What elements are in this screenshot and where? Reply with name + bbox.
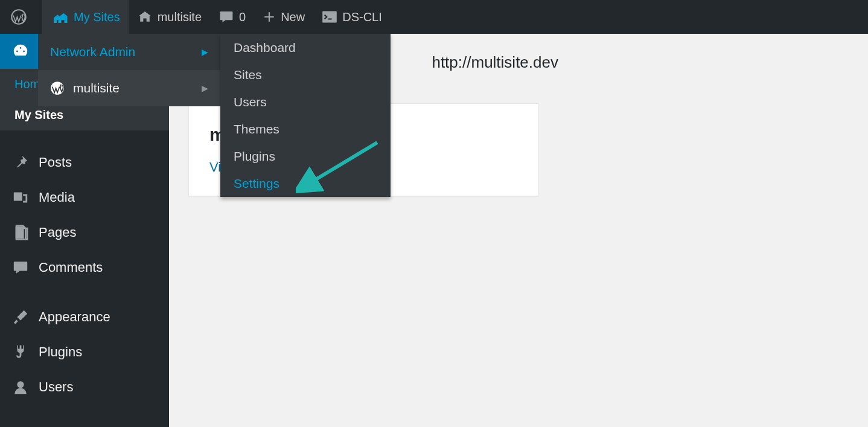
site-home-button[interactable]: multisite [129, 0, 210, 34]
user-icon [12, 379, 29, 396]
submenu-label: Sites [234, 68, 262, 82]
sidebar-comments[interactable]: Comments [0, 250, 169, 285]
network-site-item[interactable]: multisite ▶ [38, 70, 220, 106]
brush-icon [12, 309, 29, 326]
sidebar-media[interactable]: Media [0, 180, 169, 215]
new-button[interactable]: New [254, 0, 313, 34]
sidebar-sub-label: My Sites [14, 108, 63, 121]
terminal-icon [322, 10, 337, 24]
comments-button[interactable]: 0 [210, 0, 254, 34]
admin-bar: My Sites multisite 0 New DS-CLI [0, 0, 868, 34]
caret-right-icon: ▶ [202, 47, 208, 57]
sidebar-plugins[interactable]: Plugins [0, 335, 169, 370]
sidebar-users[interactable]: Users [0, 370, 169, 405]
svg-rect-1 [322, 11, 337, 23]
submenu-plugins[interactable]: Plugins [220, 143, 391, 170]
network-admin-item[interactable]: Network Admin ▶ [38, 34, 220, 70]
sidebar-label: Comments [39, 260, 103, 275]
plus-icon [263, 10, 276, 24]
my-sites-icon [51, 9, 69, 25]
my-sites-dropdown: Network Admin ▶ multisite ▶ [38, 34, 220, 106]
new-label: New [281, 10, 305, 24]
wordpress-icon [50, 81, 65, 95]
pages-icon [12, 224, 29, 241]
submenu-label: Users [234, 95, 267, 109]
submenu-sites[interactable]: Sites [220, 61, 391, 88]
submenu-dashboard[interactable]: Dashboard [220, 34, 391, 61]
comment-icon [12, 259, 29, 276]
submenu-users[interactable]: Users [220, 88, 391, 115]
my-sites-button[interactable]: My Sites [42, 0, 129, 34]
network-admin-label: Network Admin [50, 45, 135, 59]
ds-cli-button[interactable]: DS-CLI [313, 0, 391, 34]
network-admin-submenu: Dashboard Sites Users Themes Plugins Set… [220, 34, 391, 197]
comment-icon [219, 9, 234, 25]
site-name-label: multisite [158, 10, 202, 24]
submenu-label: Dashboard [234, 40, 296, 55]
submenu-themes[interactable]: Themes [220, 115, 391, 143]
sidebar-label: Pages [39, 225, 76, 240]
svg-point-5 [17, 381, 24, 388]
site-url: http://multisite.dev [432, 53, 558, 72]
comment-count: 0 [239, 10, 246, 24]
submenu-label: Themes [234, 122, 279, 136]
plug-icon [12, 344, 29, 361]
caret-right-icon: ▶ [202, 83, 208, 93]
wp-logo-button[interactable] [0, 0, 42, 34]
dashboard-icon [12, 43, 29, 60]
sidebar-appearance[interactable]: Appearance [0, 300, 169, 335]
submenu-label: Settings [234, 176, 279, 191]
sidebar-label: Posts [39, 155, 72, 170]
wordpress-icon [11, 9, 27, 25]
media-icon [12, 189, 29, 206]
submenu-settings[interactable]: Settings [220, 170, 391, 197]
my-sites-label: My Sites [74, 10, 120, 24]
home-icon [137, 9, 153, 25]
pin-icon [12, 154, 29, 171]
sidebar-label: Media [39, 190, 75, 205]
network-site-label: multisite [73, 81, 120, 95]
submenu-label: Plugins [234, 149, 275, 164]
sidebar-posts[interactable]: Posts [0, 145, 169, 180]
sidebar-label: Appearance [39, 309, 110, 325]
sidebar-label: Plugins [39, 344, 82, 360]
sidebar-label: Users [39, 379, 73, 395]
sidebar-pages[interactable]: Pages [0, 215, 169, 250]
svg-rect-4 [16, 226, 24, 239]
ds-cli-label: DS-CLI [342, 10, 382, 24]
